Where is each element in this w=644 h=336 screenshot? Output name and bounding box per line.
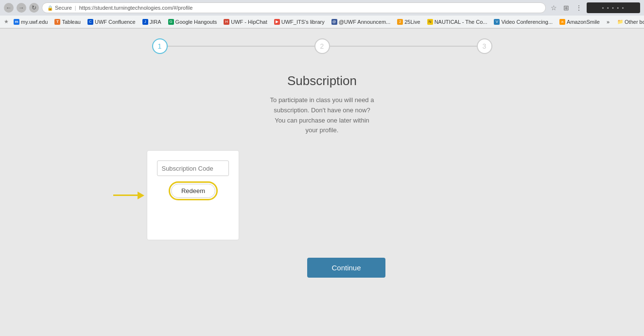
nautical-favicon: N	[427, 19, 433, 25]
subscription-title: Subscription	[269, 73, 376, 88]
browser-chrome: ← → ↻ 🔒 Secure | https://student.turning…	[0, 0, 644, 29]
hangouts-label: Google Hangouts	[175, 19, 217, 25]
hipchat-label: UWF - HipChat	[231, 19, 267, 25]
other-bookmarks-label: Other bookmarks	[625, 19, 644, 25]
bookmark-amazon-smile[interactable]: a AmazonSmile	[557, 18, 603, 26]
confluence-favicon: C	[87, 19, 93, 25]
subscription-section: Subscription To participate in class you…	[269, 73, 376, 136]
top-right-widget: • • • • •	[587, 2, 640, 13]
redeem-button[interactable]: Redeem	[171, 184, 215, 198]
url-text: https://student.turningtechnologies.com/…	[79, 5, 193, 11]
my-uwf-label: my.uwf.edu	[21, 19, 48, 25]
bookmark-uwf-its-library[interactable]: ▶ UWF_ITS's library	[271, 18, 328, 26]
announcements-label: @UWF Announcem...	[339, 19, 391, 25]
step-line-1	[168, 46, 314, 47]
announcements-favicon: @	[331, 19, 337, 25]
subscription-card: Redeem	[147, 150, 239, 240]
step-1-number: 1	[158, 42, 162, 50]
bookmarks-icon: ★	[4, 18, 9, 25]
step-2: 2	[314, 38, 330, 54]
step-line-2	[330, 46, 477, 47]
bookmark-jira[interactable]: J JIRA	[139, 18, 164, 26]
menu-button[interactable]: ⋮	[574, 3, 584, 13]
main-content: 1 2 3 Subscription To participate in cla…	[0, 29, 644, 336]
bookmark-google-hangouts[interactable]: G Google Hangouts	[165, 18, 220, 26]
tableau-label: Tableau	[62, 19, 81, 25]
bookmark-star-button[interactable]: ☆	[549, 3, 558, 13]
bookmark-tableau[interactable]: T Tableau	[52, 18, 84, 26]
amazon-label: AmazonSmile	[567, 19, 600, 25]
step-3-number: 3	[483, 42, 487, 50]
separator: |	[75, 5, 76, 11]
continue-button[interactable]: Continue	[307, 258, 385, 278]
bookmark-uwf-announcements[interactable]: @ @UWF Announcem...	[329, 18, 394, 26]
25live-label: 25Live	[404, 19, 420, 25]
bookmark-my-uwf[interactable]: m my.uwf.edu	[11, 18, 51, 26]
reload-button[interactable]: ↻	[29, 3, 39, 13]
address-bar[interactable]: 🔒 Secure | https://student.turningtechno…	[42, 2, 546, 13]
arrow-head	[138, 192, 144, 199]
library-favicon: ▶	[274, 19, 280, 25]
extensions-button[interactable]: ⊞	[561, 3, 571, 13]
subscription-code-input[interactable]	[157, 160, 229, 176]
card-area: Redeem Continue	[98, 150, 385, 278]
bookmarks-bar: ★ m my.uwf.edu T Tableau C UWF Confluenc…	[0, 16, 644, 28]
arrow-indicator	[113, 192, 144, 199]
bookmark-nautical[interactable]: N NAUTICAL - The Co...	[424, 18, 490, 26]
hipchat-favicon: H	[224, 19, 229, 25]
progress-steps: 1 2 3	[152, 38, 492, 54]
bookmark-hipchat[interactable]: H UWF - HipChat	[221, 18, 270, 26]
jira-favicon: J	[142, 19, 148, 25]
widget-dots: • • • • •	[602, 5, 625, 11]
more-bookmarks-button[interactable]: »	[604, 18, 612, 26]
my-uwf-favicon: m	[14, 19, 19, 25]
amazon-favicon: a	[559, 19, 565, 25]
25live-favicon: 2	[397, 19, 403, 25]
secure-label: Secure	[55, 5, 72, 11]
tableau-favicon: T	[54, 19, 60, 25]
other-bookmarks-button[interactable]: 📁 Other bookmarks	[614, 18, 644, 26]
confluence-label: UWF Confluence	[95, 19, 136, 25]
continue-section: Continue	[307, 258, 385, 278]
library-label: UWF_ITS's library	[281, 19, 325, 25]
step-3: 3	[477, 38, 492, 54]
bookmark-25live[interactable]: 2 25Live	[394, 18, 423, 26]
subscription-description: To participate in class you will need a …	[269, 95, 376, 136]
bookmark-video-conf[interactable]: V Video Conferencing...	[491, 18, 556, 26]
more-icon: »	[607, 19, 609, 25]
hangouts-favicon: G	[168, 19, 174, 25]
bookmark-uwf-confluence[interactable]: C UWF Confluence	[85, 18, 139, 26]
jira-label: JIRA	[150, 19, 161, 25]
folder-icon: 📁	[617, 19, 623, 24]
step-2-number: 2	[320, 42, 324, 50]
forward-button[interactable]: →	[17, 3, 26, 13]
video-conf-favicon: V	[494, 19, 500, 25]
secure-icon: 🔒	[47, 5, 53, 11]
nautical-label: NAUTICAL - The Co...	[435, 19, 487, 25]
arrow-shaft	[113, 195, 138, 196]
step-1: 1	[152, 38, 168, 54]
back-button[interactable]: ←	[4, 3, 14, 13]
video-conf-label: Video Conferencing...	[501, 19, 553, 25]
browser-toolbar: ← → ↻ 🔒 Secure | https://student.turning…	[0, 0, 644, 16]
